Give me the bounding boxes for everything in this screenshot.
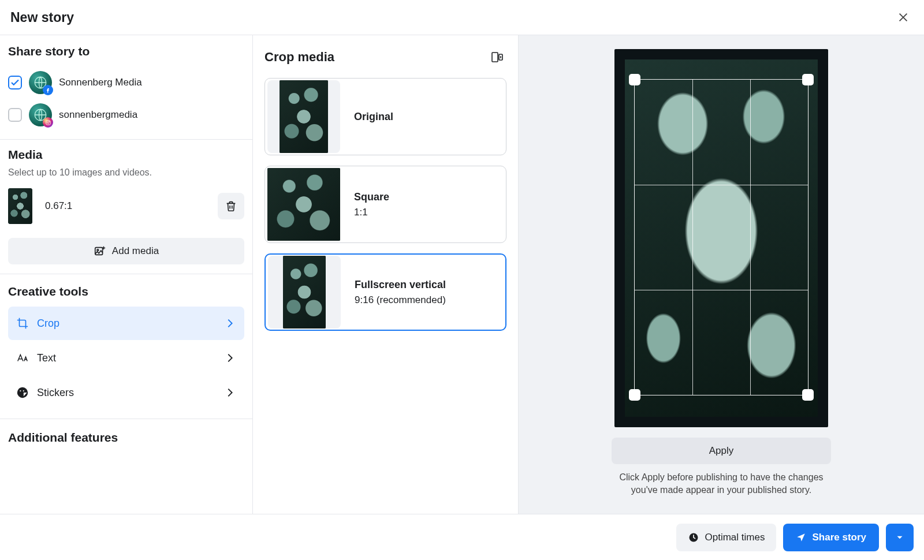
account-checkbox[interactable] — [8, 76, 22, 89]
share-story-button[interactable]: Share story — [783, 524, 879, 551]
crop-option-original[interactable]: Original — [264, 78, 506, 155]
crop-handle-bl[interactable] — [629, 389, 640, 401]
svg-point-6 — [97, 249, 99, 251]
share-story-label: Share story — [812, 532, 866, 543]
sticker-icon — [16, 386, 29, 399]
crop-option-title: Fullscreen vertical — [355, 279, 446, 291]
tool-label: Text — [37, 352, 56, 364]
image-plus-icon — [94, 245, 106, 257]
text-icon — [16, 352, 29, 364]
crop-option-title: Original — [354, 111, 393, 123]
instagram-badge-icon — [43, 117, 53, 128]
chevron-right-icon — [223, 386, 236, 399]
media-heading: Media — [8, 148, 244, 162]
share-more-button[interactable] — [886, 524, 914, 551]
crop-thumbnail — [280, 80, 328, 153]
crop-icon — [16, 317, 29, 330]
account-row-facebook[interactable]: Sonnenberg Media — [8, 66, 244, 99]
apply-label: Apply — [709, 445, 734, 457]
caret-down-icon — [895, 532, 905, 543]
chevron-right-icon — [223, 317, 236, 330]
account-row-instagram[interactable]: sonnenbergmedia — [8, 99, 244, 131]
optimal-times-label: Optimal times — [705, 532, 765, 543]
crop-thumbnail — [283, 256, 326, 328]
tool-text[interactable]: Text — [8, 341, 244, 375]
crop-option-sub: 1:1 — [354, 207, 389, 218]
aspect-icon — [490, 50, 504, 64]
chevron-right-icon — [223, 352, 236, 364]
facebook-badge-icon — [43, 85, 53, 95]
crop-preview[interactable] — [614, 49, 828, 427]
crop-option-fullscreen-vertical[interactable]: Fullscreen vertical 9:16 (recommended) — [264, 253, 506, 331]
crop-handle-tl[interactable] — [629, 74, 640, 85]
avatar — [29, 103, 52, 126]
apply-hint: Click Apply before publishing to have th… — [612, 471, 831, 497]
crop-media-heading: Crop media — [264, 50, 334, 65]
page-title: New story — [10, 10, 74, 25]
crop-handle-br[interactable] — [802, 389, 814, 401]
tool-stickers[interactable]: Stickers — [8, 376, 244, 409]
trash-icon — [225, 200, 237, 212]
additional-features-heading: Additional features — [8, 431, 244, 445]
account-name: sonnenbergmedia — [59, 109, 137, 121]
share-heading: Share story to — [8, 44, 244, 58]
crop-option-sub: 9:16 (recommended) — [355, 294, 446, 306]
tool-crop[interactable]: Crop — [8, 307, 244, 340]
tool-label: Crop — [37, 318, 59, 330]
close-button[interactable] — [893, 7, 914, 28]
svg-point-4 — [49, 121, 50, 121]
add-media-button[interactable]: Add media — [8, 238, 244, 264]
crop-option-square[interactable]: Square 1:1 — [264, 166, 506, 243]
crop-frame[interactable] — [634, 79, 808, 395]
svg-point-3 — [47, 121, 49, 123]
close-icon — [897, 11, 910, 24]
crop-thumbnail — [267, 168, 340, 241]
media-item[interactable]: 0.67:1 — [8, 188, 244, 224]
media-hint: Select up to 10 images and videos. — [8, 167, 244, 178]
svg-rect-7 — [492, 53, 498, 62]
creative-tools-heading: Creative tools — [8, 285, 244, 298]
check-icon — [10, 77, 20, 88]
media-thumbnail — [8, 188, 32, 224]
send-icon — [796, 532, 806, 543]
add-media-label: Add media — [112, 245, 159, 257]
crop-handle-tr[interactable] — [802, 74, 814, 85]
aspect-toggle-button[interactable] — [488, 48, 506, 66]
crop-option-title: Square — [354, 191, 389, 203]
account-name: Sonnenberg Media — [59, 77, 142, 88]
optimal-times-button[interactable]: Optimal times — [676, 524, 777, 551]
media-ratio: 0.67:1 — [45, 200, 72, 212]
tool-label: Stickers — [37, 387, 74, 399]
apply-button[interactable]: Apply — [612, 438, 831, 464]
clock-icon — [688, 532, 699, 543]
avatar — [29, 71, 52, 94]
account-checkbox[interactable] — [8, 108, 22, 122]
delete-media-button[interactable] — [218, 193, 244, 219]
